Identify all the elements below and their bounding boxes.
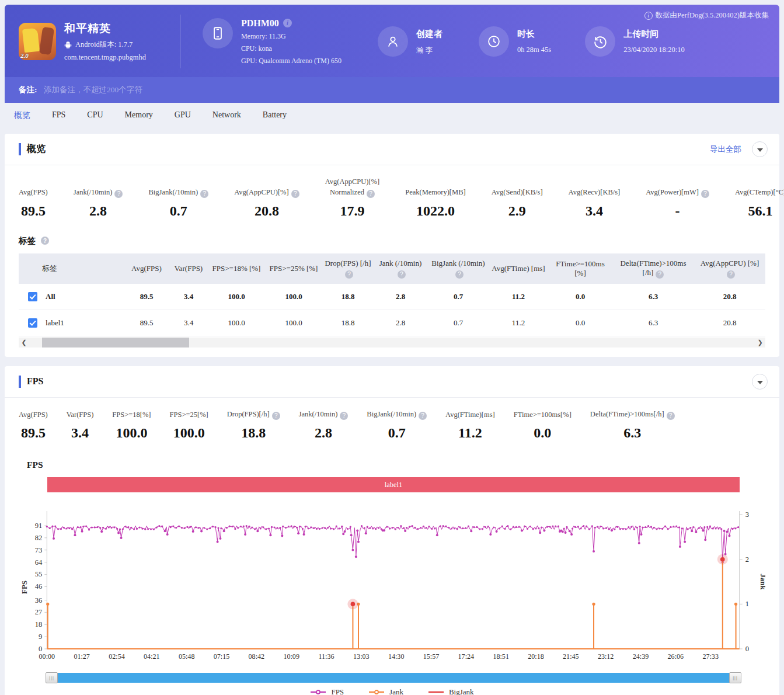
help-icon[interactable]: ? bbox=[367, 190, 375, 198]
fps-stat-value: 100.0 bbox=[170, 425, 208, 441]
help-icon[interactable]: ? bbox=[291, 190, 299, 198]
fps-stat-value: 89.5 bbox=[19, 425, 48, 441]
tags-table-wrap: 标签Avg(FPS)Var(FPS)FPS>=18% [%]FPS>=25% [… bbox=[19, 253, 765, 337]
svg-text:17:24: 17:24 bbox=[458, 652, 475, 661]
overview-stat: Avg(Send)[KB/s]2.9 bbox=[492, 187, 543, 219]
horizontal-scrollbar: ❮ ❯ bbox=[19, 338, 765, 348]
tags-title: 标签 bbox=[19, 235, 36, 246]
duration-label: 时长 bbox=[517, 29, 551, 40]
tab-Network[interactable]: Network bbox=[212, 110, 241, 121]
help-icon[interactable]: ? bbox=[200, 190, 208, 198]
svg-text:07:15: 07:15 bbox=[214, 652, 230, 661]
collapse-overview-button[interactable] bbox=[752, 141, 768, 157]
help-icon[interactable]: ? bbox=[345, 270, 353, 279]
label-banner: label1 bbox=[47, 477, 740, 492]
source-note: i 数据由PerfDog(3.5.200402)版本收集 bbox=[644, 11, 769, 20]
svg-text:0: 0 bbox=[745, 645, 749, 653]
device-memory: Memory: 11.3G bbox=[241, 32, 342, 41]
svg-text:1: 1 bbox=[745, 600, 749, 608]
tab-FPS[interactable]: FPS bbox=[52, 110, 65, 121]
note-label: 备注: bbox=[19, 85, 37, 94]
help-icon[interactable]: ? bbox=[667, 412, 675, 420]
info-icon: i bbox=[644, 12, 653, 20]
android-icon bbox=[64, 41, 72, 49]
tags-table: 标签Avg(FPS)Var(FPS)FPS>=18% [%]FPS>=25% [… bbox=[19, 253, 765, 337]
overview-stat-value: - bbox=[646, 203, 709, 219]
scrollbar-thumb[interactable] bbox=[42, 338, 189, 348]
fps-stat: FPS>=18[%]100.0 bbox=[112, 410, 151, 442]
device-info-icon[interactable]: i bbox=[283, 19, 292, 27]
fps-stat: Jank(/10min)?2.8 bbox=[299, 409, 349, 441]
legend-item-FPS[interactable]: FPS bbox=[310, 687, 344, 695]
range-slider: ||| ||| bbox=[47, 672, 740, 683]
scroll-left-arrow[interactable]: ❮ bbox=[19, 339, 29, 346]
export-all-link[interactable]: 导出全部 bbox=[710, 144, 741, 155]
svg-text:73: 73 bbox=[35, 546, 43, 554]
fps-stat: BigJank(/10min)?0.7 bbox=[367, 409, 427, 441]
legend-label: Jank bbox=[389, 687, 403, 695]
perfdog-report-page: i 数据由PerfDog(3.5.200402)版本收集 2.0 和平精英 An… bbox=[0, 5, 784, 695]
svg-text:00:00: 00:00 bbox=[39, 652, 55, 661]
legend-item-BigJank[interactable]: BigJank bbox=[428, 687, 474, 695]
fps-stat-value: 3.4 bbox=[67, 425, 94, 441]
creator-block: 创建者 瀚 李 bbox=[378, 26, 442, 57]
tab-GPU[interactable]: GPU bbox=[175, 110, 191, 121]
help-icon[interactable]: ? bbox=[455, 270, 464, 279]
app-package: com.tencent.tmgp.pubgmhd bbox=[64, 53, 146, 62]
legend-label: BigJank bbox=[449, 687, 474, 695]
tag-value: 100.0 bbox=[265, 310, 322, 336]
overview-title: 概览 bbox=[19, 143, 46, 155]
svg-text:27: 27 bbox=[35, 608, 43, 616]
help-icon[interactable]: ? bbox=[419, 412, 427, 420]
help-icon[interactable]: ? bbox=[398, 270, 406, 279]
help-icon[interactable]: ? bbox=[340, 412, 348, 420]
legend-item-Jank[interactable]: Jank bbox=[368, 687, 403, 695]
svg-text:91: 91 bbox=[35, 522, 43, 530]
overview-panel: 概览 导出全部 Avg(FPS)89.5Jank(/10min)?2.8BigJ… bbox=[5, 134, 779, 357]
tags-column-header: Jank (/10min)? bbox=[374, 253, 427, 284]
svg-text:02:54: 02:54 bbox=[109, 652, 125, 661]
scroll-right-arrow[interactable]: ❯ bbox=[755, 339, 765, 346]
tag-value: 0.0 bbox=[548, 284, 613, 310]
tags-section: 标签 ? 标签Avg(FPS)Var(FPS)FPS>=18% [%]FPS>=… bbox=[5, 235, 779, 357]
tags-column-header: Avg(FTime) [ms] bbox=[489, 253, 548, 284]
help-icon[interactable]: ? bbox=[41, 237, 49, 245]
fps-stats: Avg(FPS)89.5Var(FPS)3.4FPS>=18[%]100.0FP… bbox=[5, 398, 779, 455]
note-bar: 备注: 添加备注，不超过200个字符 bbox=[5, 77, 779, 103]
svg-text:2: 2 bbox=[745, 555, 749, 564]
fps-stat-value: 100.0 bbox=[112, 425, 151, 441]
tab-概览[interactable]: 概览 bbox=[14, 110, 30, 121]
fps-line-chart[interactable]: 09182736465564738291012300:0001:2702:540… bbox=[19, 497, 765, 666]
help-icon[interactable]: ? bbox=[701, 190, 709, 198]
collapse-fps-button[interactable] bbox=[752, 374, 768, 390]
overview-stat-value: 56.1 bbox=[735, 203, 784, 219]
row-checkbox[interactable] bbox=[28, 292, 37, 301]
overview-stats: Avg(FPS)89.5Jank(/10min)?2.8BigJank(/10m… bbox=[5, 165, 779, 233]
help-icon[interactable]: ? bbox=[727, 270, 735, 279]
fps-stat-value: 0.0 bbox=[514, 425, 572, 441]
help-icon[interactable]: ? bbox=[272, 412, 280, 420]
svg-text:04:21: 04:21 bbox=[144, 652, 160, 661]
tag-value: 18.8 bbox=[322, 284, 374, 310]
fps-title: FPS bbox=[19, 376, 43, 388]
help-icon[interactable]: ? bbox=[114, 190, 123, 198]
slider-handle-left[interactable]: ||| bbox=[46, 672, 58, 683]
creator-label: 创建者 bbox=[416, 29, 442, 40]
note-input[interactable]: 添加备注，不超过200个字符 bbox=[44, 85, 142, 94]
slider-handle-right[interactable]: ||| bbox=[729, 672, 741, 683]
row-checkbox[interactable] bbox=[28, 318, 37, 328]
svg-text:15:57: 15:57 bbox=[423, 652, 440, 661]
help-icon[interactable]: ? bbox=[656, 270, 664, 279]
tags-column-header: Avg(AppCPU) [%]? bbox=[694, 253, 765, 284]
scrollbar-track[interactable] bbox=[29, 338, 755, 348]
tag-value: 3.4 bbox=[169, 310, 208, 336]
tags-column-header: FPS>=25% [%] bbox=[265, 253, 322, 284]
section-tabs: 概览FPSCPUMemoryGPUNetworkBattery bbox=[0, 105, 784, 127]
device-block: PDHM00i Memory: 11.3G CPU: kona GPU: Qua… bbox=[203, 18, 342, 65]
tab-Battery[interactable]: Battery bbox=[263, 110, 287, 121]
tab-CPU[interactable]: CPU bbox=[87, 110, 103, 121]
tab-Memory[interactable]: Memory bbox=[125, 110, 153, 121]
duration-value: 0h 28m 45s bbox=[517, 46, 551, 54]
history-clock-icon bbox=[585, 26, 615, 57]
slider-track[interactable] bbox=[47, 673, 740, 683]
